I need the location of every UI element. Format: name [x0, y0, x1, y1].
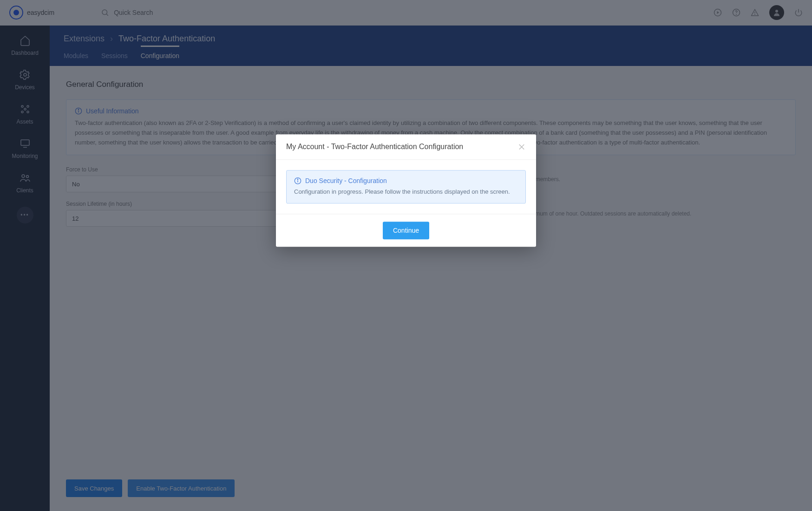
svg-point-27: [297, 179, 298, 179]
modal-footer: Continue: [276, 214, 536, 247]
modal-info-box: Duo Security - Configuration Configurati…: [286, 170, 526, 203]
modal-box-body: Configuration in progress. Please follow…: [294, 187, 518, 197]
close-icon[interactable]: [517, 143, 526, 151]
modal-box-title: Duo Security - Configuration: [305, 177, 387, 184]
info-icon: [294, 177, 301, 184]
modal-header: My Account - Two-Factor Authentication C…: [276, 134, 536, 160]
modal: My Account - Two-Factor Authentication C…: [276, 134, 536, 247]
continue-button[interactable]: Continue: [383, 222, 429, 239]
modal-overlay[interactable]: My Account - Two-Factor Authentication C…: [0, 0, 812, 511]
modal-title: My Account - Two-Factor Authentication C…: [286, 143, 463, 151]
modal-body: Duo Security - Configuration Configurati…: [276, 160, 536, 214]
